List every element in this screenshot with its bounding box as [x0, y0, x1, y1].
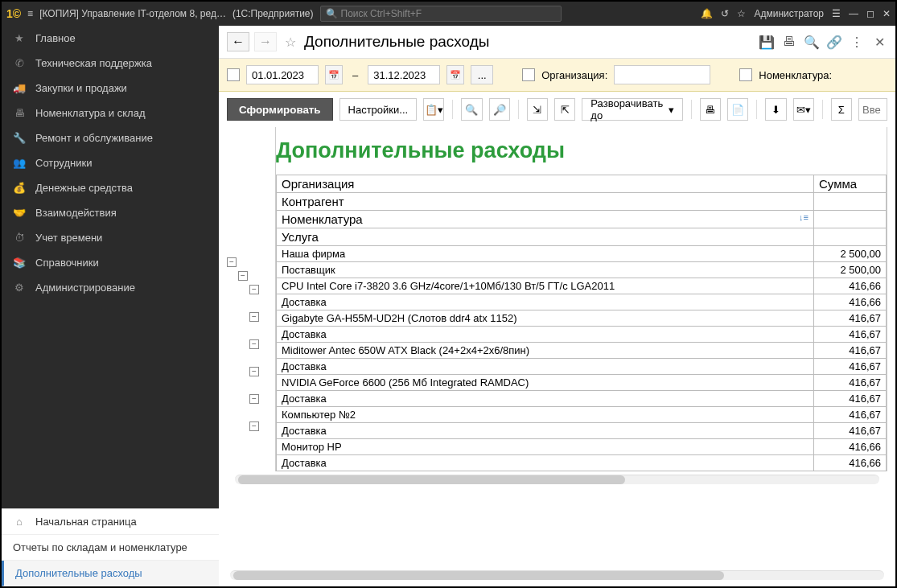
- table-row[interactable]: Доставка416,67: [277, 359, 887, 375]
- table-row[interactable]: Монитор HP416,66: [277, 439, 887, 455]
- close-icon[interactable]: ✕: [883, 8, 891, 19]
- tree-toggle[interactable]: −: [249, 394, 259, 404]
- main-menu-icon[interactable]: ≡: [27, 8, 33, 19]
- sidebar-icon: 👥: [13, 157, 26, 169]
- row-sum: 416,66: [814, 439, 887, 455]
- tree-toggle[interactable]: −: [227, 257, 237, 267]
- minimize-icon[interactable]: —: [849, 8, 858, 19]
- expand-label: Разворачивать до: [590, 97, 665, 121]
- nav-forward-button[interactable]: →: [254, 32, 277, 51]
- period-select-button[interactable]: ...: [471, 65, 493, 84]
- collapse-all-button[interactable]: ⇱: [554, 98, 575, 121]
- tree-toggle[interactable]: −: [238, 271, 248, 281]
- variants-button[interactable]: 📋▾: [423, 98, 444, 121]
- find-next-button[interactable]: 🔎: [489, 98, 510, 121]
- sidebar-item-1[interactable]: ✆Техническая поддержка: [2, 51, 219, 76]
- table-row[interactable]: Поставщик2 500,00: [277, 262, 887, 278]
- tree-toggle[interactable]: −: [249, 285, 259, 294]
- bell-icon[interactable]: 🔔: [701, 8, 713, 19]
- row-label: Доставка: [277, 327, 814, 343]
- report-hscroll[interactable]: [235, 475, 879, 484]
- sidebar-item-label: Главное: [35, 32, 76, 44]
- content-hscroll[interactable]: [230, 570, 884, 580]
- row-label: Доставка: [277, 359, 814, 375]
- app-platform: (1С:Предприятие): [232, 8, 314, 19]
- print-button[interactable]: 🖶: [700, 98, 721, 121]
- tree-toggle[interactable]: −: [249, 421, 259, 431]
- sum-input[interactable]: [858, 98, 887, 121]
- date-from-picker-icon[interactable]: 📅: [325, 65, 343, 84]
- maximize-icon[interactable]: ◻: [866, 8, 874, 19]
- row-sum: 416,67: [814, 359, 887, 375]
- sidebar-item-0[interactable]: ★Главное: [2, 26, 219, 51]
- date-dash: –: [349, 69, 361, 81]
- generate-button[interactable]: Сформировать: [227, 98, 333, 121]
- header-empty: [814, 228, 887, 246]
- table-row[interactable]: CPU Intel Core i7-3820 3.6 GHz/4core/1+1…: [277, 278, 887, 294]
- sum-button[interactable]: Σ: [831, 98, 852, 121]
- sidebar-item-4[interactable]: 🔧Ремонт и обслуживание: [2, 125, 219, 150]
- nom-checkbox[interactable]: [739, 68, 752, 81]
- save-report-button[interactable]: ⬇: [765, 98, 786, 121]
- sidebar-bottom-item-2[interactable]: Дополнительные расходы: [2, 561, 219, 586]
- sidebar-item-6[interactable]: 💰Денежные средства: [2, 175, 219, 200]
- date-to-picker-icon[interactable]: 📅: [446, 65, 464, 84]
- close-tab-icon[interactable]: ✕: [871, 34, 887, 50]
- sidebar-item-3[interactable]: 🖶Номенклатура и склад: [2, 101, 219, 125]
- settings-button[interactable]: Настройки...: [339, 98, 418, 121]
- sidebar-item-7[interactable]: 🤝Взаимодействия: [2, 200, 219, 225]
- table-row[interactable]: Доставка416,66: [277, 294, 887, 310]
- org-checkbox[interactable]: [522, 68, 535, 81]
- preview-icon[interactable]: 🔍: [804, 34, 820, 50]
- row-label: Компьютер №2: [277, 407, 814, 423]
- table-row[interactable]: Miditower Antec 650W ATX Black (24+2x4+2…: [277, 343, 887, 359]
- save-icon[interactable]: 💾: [759, 34, 775, 50]
- sidebar-item-8[interactable]: ⏱Учет времени: [2, 225, 219, 250]
- nav-back-button[interactable]: ←: [227, 32, 249, 51]
- row-label: Монитор HP: [277, 439, 814, 455]
- tree-toggle[interactable]: −: [249, 312, 259, 322]
- content-area: ← → ☆ Дополнительные расходы 💾 🖶 🔍 🔗 ⋮ ✕…: [219, 26, 895, 586]
- org-input[interactable]: [614, 65, 710, 84]
- table-row[interactable]: Наша фирма2 500,00: [277, 246, 887, 262]
- sidebar-icon: 🖶: [13, 107, 26, 119]
- table-row[interactable]: NVIDIA GeForce 6600 (256 Мб Integrated R…: [277, 375, 887, 391]
- link-icon[interactable]: 🔗: [826, 34, 842, 50]
- history-icon[interactable]: ↺: [721, 8, 729, 19]
- star-icon[interactable]: ☆: [737, 8, 746, 19]
- tree-toggle[interactable]: −: [249, 339, 259, 349]
- expand-to-button[interactable]: Разворачивать до ▾: [582, 98, 683, 121]
- filter-bar: 📅 – 📅 ... Организация: Номенклатура:: [219, 59, 895, 92]
- table-row[interactable]: Доставка416,67: [277, 327, 887, 343]
- row-sum: 416,67: [814, 327, 887, 343]
- table-row[interactable]: Доставка416,67: [277, 391, 887, 407]
- table-row[interactable]: Gigabyte GA-H55M-UD2H (Слотов ddr4 atx 1…: [277, 310, 887, 327]
- sidebar-item-2[interactable]: 🚚Закупки и продажи: [2, 76, 219, 101]
- date-to-input[interactable]: [368, 65, 440, 84]
- table-row[interactable]: Доставка416,66: [277, 455, 887, 471]
- table-row[interactable]: Доставка416,67: [277, 423, 887, 439]
- sidebar-item-5[interactable]: 👥Сотрудники: [2, 150, 219, 175]
- print-icon[interactable]: 🖶: [781, 34, 797, 50]
- global-search[interactable]: 🔍 Поиск Ctrl+Shift+F: [320, 6, 562, 22]
- favorite-star-icon[interactable]: ☆: [282, 35, 299, 50]
- tree-toggle[interactable]: −: [249, 367, 259, 376]
- expand-all-button[interactable]: ⇲: [527, 98, 548, 121]
- print-preview-button[interactable]: 📄: [727, 98, 748, 121]
- row-sum: 416,66: [814, 455, 887, 471]
- table-row[interactable]: Компьютер №2416,67: [277, 407, 887, 423]
- panel-icon[interactable]: ☰: [832, 8, 841, 19]
- sort-icon[interactable]: ↓≡: [799, 212, 809, 222]
- date-from-input[interactable]: [246, 65, 319, 84]
- period-checkbox[interactable]: [227, 68, 240, 81]
- more-icon[interactable]: ⋮: [849, 34, 865, 50]
- sidebar-bottom-item-1[interactable]: Отчеты по складам и номенклатуре: [2, 535, 219, 561]
- sidebar-icon: 💰: [13, 182, 26, 194]
- sidebar-item-9[interactable]: 📚Справочники: [2, 250, 219, 275]
- user-name[interactable]: Администратор: [754, 8, 824, 19]
- sidebar-bottom-item-0[interactable]: ⌂Начальная страница: [2, 509, 219, 535]
- sidebar-item-10[interactable]: ⚙Администрирование: [2, 275, 219, 300]
- email-button[interactable]: ✉▾: [793, 98, 814, 121]
- header-empty: [814, 193, 887, 211]
- find-button[interactable]: 🔍: [461, 98, 482, 121]
